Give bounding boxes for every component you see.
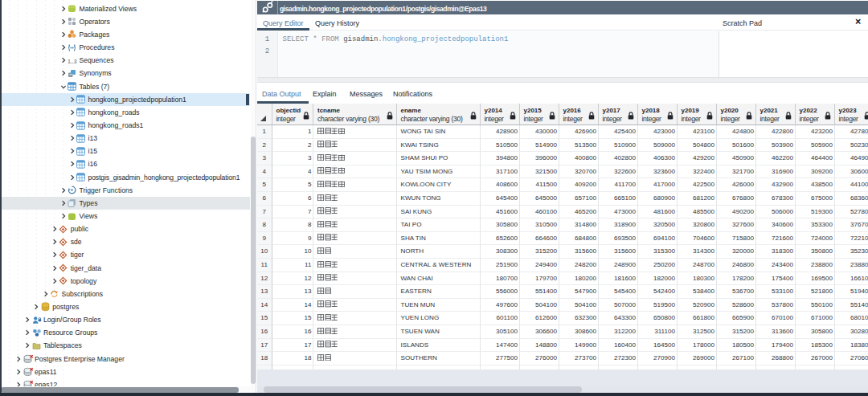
svg-text:1..3: 1..3 [68, 58, 77, 63]
